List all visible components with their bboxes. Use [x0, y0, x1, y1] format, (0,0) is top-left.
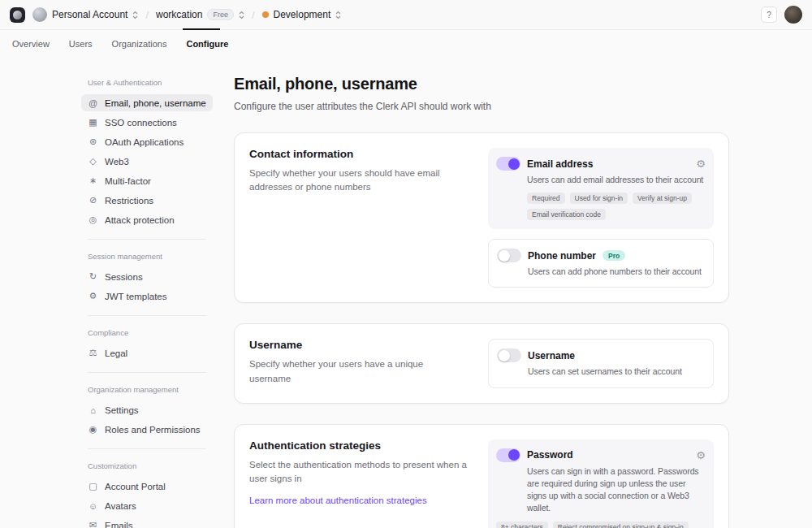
- card-features: Username Users can set usernames to thei…: [488, 339, 714, 387]
- window-icon: ▢: [88, 481, 98, 491]
- sidebar-item-label: Legal: [105, 348, 127, 358]
- card-info: Contact information Specify whether your…: [249, 148, 467, 288]
- tab-overview[interactable]: Overview: [12, 36, 50, 52]
- page-title: Email, phone, username: [234, 75, 729, 93]
- feature-description: Users can sign in with a password. Passw…: [527, 465, 706, 515]
- toggle-knob: [508, 449, 520, 461]
- asterisk-circle-icon: ⊛: [88, 136, 98, 147]
- environment-name: Development: [274, 9, 331, 20]
- tab-configure[interactable]: Configure: [186, 36, 228, 52]
- password-toggle[interactable]: [496, 448, 520, 462]
- card-title: Authentication strategies: [249, 439, 467, 452]
- card-features: Password ⚙ Users can sign in with a pass…: [488, 439, 714, 528]
- sidebar-section-title: Session management: [88, 252, 213, 261]
- user-circle-icon: ◉: [88, 424, 98, 435]
- card-title: Contact information: [249, 148, 467, 160]
- sidebar-item-label: OAuth Applications: [105, 137, 184, 147]
- settings-gear-icon[interactable]: ⚙: [696, 450, 706, 461]
- learn-more-link[interactable]: Learn more about authentication strategi…: [249, 496, 427, 505]
- sidebar-item-legal[interactable]: ⚖ Legal: [81, 344, 213, 361]
- sidebar-divider: [88, 315, 206, 316]
- workspace-switcher[interactable]: workcation Free: [156, 9, 244, 20]
- page-subtitle: Configure the user attributes the Clerk …: [234, 101, 729, 112]
- email-address-setting: Email address ⚙ Users can add email addr…: [488, 148, 714, 229]
- at-sign-icon: @: [88, 98, 98, 108]
- card-description: Select the authentication methods to pre…: [249, 458, 467, 487]
- sidebar-item-label: Restrictions: [105, 196, 153, 206]
- sidebar-item-multi-factor[interactable]: ∗ Multi-factor: [81, 172, 213, 189]
- sidebar-section-title: Customization: [88, 461, 213, 470]
- badge: Required: [527, 193, 565, 204]
- feature-title: Username: [528, 350, 575, 361]
- card-description: Specify whether your users have a unique…: [249, 357, 467, 386]
- badge: Used for sign-in: [570, 193, 628, 204]
- card-features: Email address ⚙ Users can add email addr…: [488, 148, 714, 288]
- sidebar-item-label: Avatars: [105, 501, 136, 511]
- sidebar-item-jwt-templates[interactable]: ⚙ JWT templates: [81, 288, 213, 305]
- diamond-icon: ◇: [88, 156, 98, 167]
- account-switcher[interactable]: Personal Account: [32, 7, 138, 22]
- sidebar-section-title: Organization management: [88, 385, 213, 394]
- badge: Email verification code: [527, 209, 606, 220]
- sidebar-divider: [88, 372, 206, 373]
- grid-icon: ▦: [88, 117, 98, 128]
- toggle-knob: [499, 350, 510, 361]
- feature-description: Users can add phone numbers to their acc…: [528, 266, 705, 278]
- feature-description: Users can set usernames to their account: [528, 366, 705, 378]
- feature-title: Phone number: [528, 250, 596, 262]
- feature-badges: Required Used for sign-in Verify at sign…: [527, 193, 706, 220]
- environment-switcher[interactable]: Development: [262, 9, 342, 20]
- breadcrumb-separator: /: [145, 9, 149, 21]
- toggle-knob: [499, 250, 510, 262]
- account-avatar: [32, 7, 47, 22]
- environment-dot-icon: [262, 11, 269, 18]
- sidebar-item-roles-and-permissions[interactable]: ◉ Roles and Permissions: [81, 421, 213, 438]
- sidebar-item-attack-protection[interactable]: ◎ Attack protection: [81, 211, 213, 228]
- top-nav-tabs: Overview Users Organizations Configure: [12, 36, 228, 52]
- workspace-plan-badge: Free: [207, 9, 234, 20]
- feature-title: Password: [527, 449, 573, 461]
- username-toggle[interactable]: [497, 348, 521, 362]
- username-card: Username Specify whether your users have…: [234, 323, 729, 403]
- help-button[interactable]: ?: [761, 6, 777, 23]
- active-tab-indicator: [183, 28, 220, 30]
- pro-badge: Pro: [603, 250, 625, 261]
- sidebar-item-avatars[interactable]: ☺ Avatars: [81, 497, 213, 514]
- sidebar-item-account-portal[interactable]: ▢ Account Portal: [81, 478, 213, 495]
- sidebar-item-sessions[interactable]: ↻ Sessions: [81, 268, 213, 285]
- settings-gear-icon[interactable]: ⚙: [696, 158, 706, 169]
- clerk-logo[interactable]: [10, 7, 25, 23]
- sidebar-item-emails[interactable]: ✉ Emails: [81, 517, 213, 528]
- card-description: Specify whether your users should have e…: [249, 167, 467, 195]
- sidebar-item-oauth-applications[interactable]: ⊛ OAuth Applications: [81, 133, 213, 150]
- chevron-updown-icon: [132, 11, 138, 19]
- chevron-updown-icon: [335, 11, 341, 19]
- sidebar-item-restrictions[interactable]: ⊘ Restrictions: [81, 192, 213, 209]
- lock-icon: ⊘: [88, 195, 98, 206]
- authentication-strategies-card: Authentication strategies Select the aut…: [234, 424, 729, 528]
- password-setting: Password ⚙ Users can sign in with a pass…: [488, 439, 714, 528]
- user-avatar[interactable]: [784, 6, 802, 24]
- tab-organizations[interactable]: Organizations: [112, 36, 167, 52]
- username-setting: Username Users can set usernames to thei…: [488, 339, 714, 387]
- scales-icon: ⚖: [88, 348, 98, 358]
- envelope-icon: ✉: [88, 520, 98, 528]
- sidebar-item-label: Settings: [105, 405, 139, 415]
- refresh-icon: ↻: [88, 271, 98, 282]
- sidebar-item-email-phone-username[interactable]: @ Email, phone, username: [81, 94, 213, 111]
- asterisk-icon: ∗: [88, 175, 98, 186]
- badge: Reject compromised on sign-up & sign-in: [553, 522, 689, 528]
- sidebar-item-sso-connections[interactable]: ▦ SSO connections: [81, 114, 213, 131]
- card-info: Authentication strategies Select the aut…: [249, 439, 467, 528]
- chevron-updown-icon: [239, 11, 244, 19]
- sidebar-section-title: Compliance: [88, 328, 213, 337]
- sidebar-item-web3[interactable]: ◇ Web3: [81, 153, 213, 170]
- card-info: Username Specify whether your users have…: [249, 339, 467, 387]
- tab-users[interactable]: Users: [69, 36, 93, 52]
- email-address-toggle[interactable]: [496, 157, 520, 171]
- phone-number-toggle[interactable]: [497, 249, 521, 262]
- sidebar-item-label: Multi-factor: [105, 176, 151, 186]
- feature-header: Email address ⚙: [496, 157, 706, 171]
- sidebar-item-org-settings[interactable]: ⌂ Settings: [81, 401, 213, 418]
- configure-sidebar: User & Authentication @ Email, phone, us…: [81, 78, 213, 528]
